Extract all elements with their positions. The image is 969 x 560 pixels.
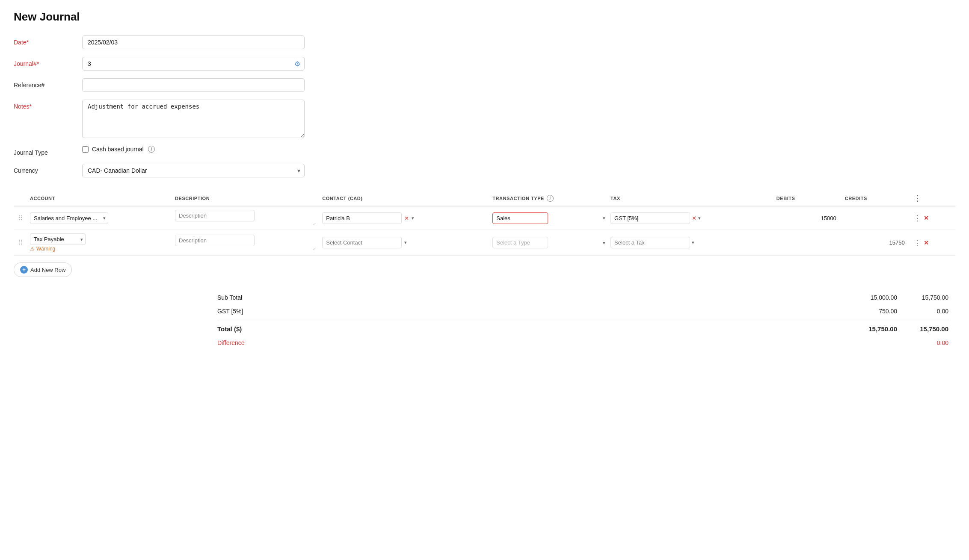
difference-credit: 0.00 bbox=[897, 339, 948, 346]
tax-cell-1: ✕ ▾ bbox=[610, 212, 771, 224]
drag-handle-2[interactable]: ⠿ bbox=[16, 239, 25, 246]
contact-clear-1[interactable]: ✕ bbox=[404, 215, 409, 221]
gst-debit: 750.00 bbox=[846, 308, 897, 315]
col-actions-header: ⋮ bbox=[911, 191, 955, 206]
warning-cell: ⚠ Warning bbox=[30, 245, 170, 252]
tax-dropdown-1[interactable]: ▾ bbox=[698, 215, 701, 221]
journal-form: Date* Journal#* ⚙ Reference# Notes* Adju… bbox=[14, 35, 305, 177]
difference-value bbox=[846, 339, 897, 346]
subtotal-label: Sub Total bbox=[217, 294, 846, 301]
credit-input-2[interactable] bbox=[874, 237, 908, 248]
gst-row: GST [5%] 750.00 0.00 bbox=[210, 304, 955, 318]
tax-dropdown-2[interactable]: ▾ bbox=[692, 240, 694, 245]
cash-based-wrapper: Cash based journal i bbox=[82, 146, 155, 153]
row-actions-1: ⋮ ✕ bbox=[913, 214, 953, 222]
txtype-select-1[interactable]: Sales bbox=[492, 212, 548, 224]
total-credit: 15,750.00 bbox=[897, 325, 948, 333]
currency-select[interactable]: CAD- Canadian Dollar bbox=[82, 164, 305, 177]
journal-number-input[interactable] bbox=[82, 57, 305, 71]
debit-input-1[interactable] bbox=[806, 213, 840, 224]
col-drag-header bbox=[14, 191, 27, 206]
col-tax-header: TAX bbox=[608, 191, 774, 206]
warning-text: Warning bbox=[36, 246, 55, 252]
journal-number-label: Journal#* bbox=[14, 57, 82, 67]
header-dots-icon[interactable]: ⋮ bbox=[913, 194, 922, 203]
add-new-row-button[interactable]: + Add New Row bbox=[14, 262, 72, 277]
total-row: Total ($) 15,750.00 15,750.00 bbox=[210, 322, 955, 336]
row-delete-1[interactable]: ✕ bbox=[924, 215, 929, 221]
gear-icon[interactable]: ⚙ bbox=[294, 60, 300, 68]
total-label: Total ($) bbox=[217, 325, 846, 333]
info-icon: i bbox=[148, 146, 155, 153]
col-contact-header: CONTACT (CAD) bbox=[320, 191, 490, 206]
contact-input-1[interactable] bbox=[322, 212, 402, 224]
warning-icon: ⚠ bbox=[30, 246, 35, 252]
account-select-2[interactable]: Tax Payable bbox=[30, 233, 86, 245]
table-header: ACCOUNT DESCRIPTION CONTACT (CAD) TRANSA… bbox=[14, 191, 955, 206]
notes-row: Notes* Adjustment for accrued expenses bbox=[14, 100, 305, 138]
page-title: New Journal bbox=[14, 10, 955, 24]
reference-label: Reference# bbox=[14, 78, 82, 88]
description-input-1[interactable] bbox=[175, 210, 255, 221]
journal-number-row: Journal#* ⚙ bbox=[14, 57, 305, 71]
account-select-1[interactable]: Salaries and Employee ... bbox=[30, 212, 108, 224]
subtotal-row: Sub Total 15,000.00 15,750.00 bbox=[210, 291, 955, 304]
journal-type-row: Journal Type Cash based journal i bbox=[14, 146, 305, 156]
currency-row: Currency CAD- Canadian Dollar bbox=[14, 164, 305, 177]
debit-input-2[interactable] bbox=[806, 237, 840, 248]
totals-divider bbox=[217, 320, 948, 320]
credit-input-1[interactable] bbox=[874, 213, 908, 224]
gst-credit: 0.00 bbox=[897, 308, 948, 315]
contact-cell-1: ✕ ▾ bbox=[322, 212, 487, 224]
date-label: Date* bbox=[14, 35, 82, 46]
table-row: ⠿ Tax Payable ⚠ Warning bbox=[14, 230, 955, 256]
tax-clear-1[interactable]: ✕ bbox=[692, 215, 696, 221]
subtotal-debit: 15,000.00 bbox=[846, 294, 897, 301]
resize-handle-2: ↙ bbox=[175, 246, 317, 251]
row-dots-1[interactable]: ⋮ bbox=[913, 214, 921, 222]
account-select-wrapper-1: Salaries and Employee ... bbox=[30, 212, 108, 224]
row-delete-2[interactable]: ✕ bbox=[924, 239, 929, 246]
currency-label: Currency bbox=[14, 164, 82, 174]
totals-section: Sub Total 15,000.00 15,750.00 GST [5%] 7… bbox=[210, 284, 955, 357]
tax-input-2[interactable] bbox=[610, 237, 690, 248]
add-row-label: Add New Row bbox=[30, 267, 65, 273]
txtype-cell-2: Select a Type bbox=[490, 230, 608, 256]
table-row: ⠿ Salaries and Employee ... ↙ bbox=[14, 206, 955, 230]
col-account-header: ACCOUNT bbox=[27, 191, 172, 206]
difference-label: Difference bbox=[217, 339, 846, 346]
contact-input-2[interactable] bbox=[322, 237, 402, 248]
reference-row: Reference# bbox=[14, 78, 305, 92]
txtype-select-2[interactable]: Select a Type bbox=[492, 237, 548, 248]
currency-select-wrapper: CAD- Canadian Dollar bbox=[82, 164, 305, 177]
reference-input[interactable] bbox=[82, 78, 305, 92]
journal-table: ACCOUNT DESCRIPTION CONTACT (CAD) TRANSA… bbox=[14, 191, 955, 256]
tx-type-info-icon: i bbox=[547, 195, 554, 202]
row-actions-2: ⋮ ✕ bbox=[913, 239, 953, 247]
col-credits-header: CREDITS bbox=[842, 191, 911, 206]
tax-input-1[interactable] bbox=[610, 212, 690, 224]
gst-label: GST [5%] bbox=[217, 308, 846, 315]
notes-input[interactable]: Adjustment for accrued expenses bbox=[82, 100, 305, 138]
contact-cell-2: ▾ bbox=[322, 237, 487, 248]
cash-based-label: Cash based journal bbox=[92, 146, 144, 153]
contact-dropdown-2[interactable]: ▾ bbox=[403, 240, 408, 245]
difference-row: Difference 0.00 bbox=[210, 336, 955, 350]
col-description-header: DESCRIPTION bbox=[172, 191, 320, 206]
tax-cell-2: ▾ bbox=[610, 237, 771, 248]
total-debit: 15,750.00 bbox=[846, 325, 897, 333]
account-select-wrapper-2: Tax Payable bbox=[30, 233, 86, 245]
plus-icon: + bbox=[20, 266, 28, 274]
date-row: Date* bbox=[14, 35, 305, 49]
col-debits-header: DEBITS bbox=[774, 191, 842, 206]
description-input-2[interactable] bbox=[175, 235, 255, 246]
resize-handle-1: ↙ bbox=[175, 221, 317, 226]
contact-dropdown-1[interactable]: ▾ bbox=[411, 215, 415, 221]
journal-type-label: Journal Type bbox=[14, 146, 82, 156]
col-txtype-header: TRANSACTION TYPE i bbox=[490, 191, 608, 206]
drag-handle-1[interactable]: ⠿ bbox=[16, 215, 25, 222]
subtotal-credit: 15,750.00 bbox=[897, 294, 948, 301]
row-dots-2[interactable]: ⋮ bbox=[913, 239, 921, 247]
cash-based-checkbox[interactable] bbox=[82, 146, 89, 153]
date-input[interactable] bbox=[82, 35, 305, 49]
